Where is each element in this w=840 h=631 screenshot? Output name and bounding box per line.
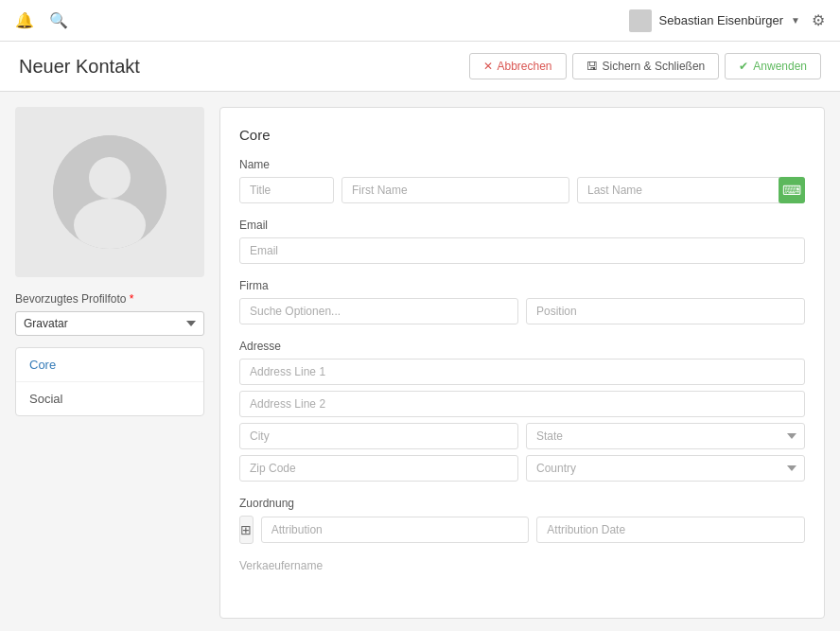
zip-country-row: Country — [239, 455, 805, 482]
nav-list: Core Social — [15, 347, 204, 416]
apply-icon: ✔ — [739, 60, 748, 73]
email-input[interactable] — [239, 237, 805, 264]
user-info[interactable]: Sebastian Eisenbürger ▼ — [629, 9, 800, 32]
topbar-left: 🔔 🔍 — [15, 11, 68, 29]
last-name-input[interactable] — [577, 177, 805, 203]
email-field-group: Email — [239, 219, 805, 264]
name-row-wrapper: ⌨ — [239, 177, 805, 203]
profile-dropdown-wrapper: Gravatar — [15, 311, 204, 336]
sidebar-item-social[interactable]: Social — [16, 382, 203, 415]
topbar: 🔔 🔍 Sebastian Eisenbürger ▼ ⚙ — [0, 0, 840, 42]
page-header: Neuer Kontakt ✕ Abbrechen 🖫 Sichern & Sc… — [0, 42, 840, 92]
name-input-row — [239, 177, 805, 203]
attribution-date-input[interactable] — [536, 517, 805, 543]
position-input[interactable] — [526, 298, 805, 324]
attribution-icon-button[interactable]: ⊞ — [239, 516, 254, 544]
main-content: Bevorzugtes Profilfoto * Gravatar Core S… — [0, 92, 840, 631]
apply-button[interactable]: ✔ Anwenden — [725, 53, 821, 79]
section-title: Core — [239, 127, 805, 143]
email-label: Email — [239, 219, 805, 232]
chevron-down-icon: ▼ — [791, 15, 800, 26]
adresse-label: Adresse — [239, 340, 805, 353]
profile-photo-field: Bevorzugtes Profilfoto * Gravatar — [15, 289, 204, 336]
save-close-button[interactable]: 🖫 Sichern & Schließen — [572, 53, 720, 79]
seller-name-field-group: Verkaeufername — [239, 559, 805, 572]
profile-photo-select[interactable]: Gravatar — [15, 311, 204, 336]
firma-search-input[interactable] — [239, 298, 518, 324]
firma-input-row — [239, 298, 805, 324]
attribution-input[interactable] — [261, 517, 530, 543]
bell-icon[interactable]: 🔔 — [15, 11, 34, 29]
required-indicator: * — [130, 292, 134, 306]
user-name: Sebastian Eisenbürger — [659, 13, 784, 27]
firma-label: Firma — [239, 279, 805, 292]
profile-photo-label: Bevorzugtes Profilfoto * — [15, 292, 204, 306]
zuordnung-field-group: Zuordnung ⊞ — [239, 497, 805, 544]
svg-point-1 — [89, 157, 131, 199]
cancel-button[interactable]: ✕ Abbrechen — [469, 53, 567, 79]
gear-icon[interactable]: ⚙ — [812, 11, 825, 29]
attribution-icon: ⊞ — [240, 522, 252, 537]
header-actions: ✕ Abbrechen 🖫 Sichern & Schließen ✔ Anwe… — [469, 53, 822, 79]
user-avatar — [629, 9, 652, 32]
search-icon[interactable]: 🔍 — [49, 11, 68, 29]
avatar — [53, 135, 166, 249]
save-icon: 🖫 — [586, 60, 598, 73]
cancel-icon: ✕ — [483, 60, 493, 73]
name-label: Name — [239, 158, 805, 171]
zuordnung-label: Zuordnung — [239, 497, 805, 510]
passcode-button[interactable]: ⌨ — [779, 177, 805, 203]
country-select[interactable]: Country — [526, 455, 805, 482]
topbar-right: Sebastian Eisenbürger ▼ ⚙ — [629, 9, 825, 32]
sidebar: Bevorzugtes Profilfoto * Gravatar Core S… — [15, 107, 204, 619]
title-input[interactable] — [239, 177, 334, 203]
firma-field-group: Firma — [239, 279, 805, 324]
city-input[interactable] — [239, 423, 518, 449]
avatar-section — [15, 107, 204, 277]
first-name-input[interactable] — [341, 177, 569, 203]
name-field-group: Name ⌨ — [239, 158, 805, 203]
city-state-row: State — [239, 423, 805, 449]
page-title: Neuer Kontakt — [19, 56, 140, 78]
address1-input[interactable] — [239, 359, 805, 385]
avatar-svg — [53, 135, 166, 249]
adresse-field-group: Adresse State Country — [239, 340, 805, 482]
attribution-row: ⊞ — [239, 516, 805, 544]
form-panel: Core Name ⌨ Email Firma — [219, 107, 825, 619]
passcode-icon: ⌨ — [782, 183, 801, 198]
state-select[interactable]: State — [526, 423, 805, 449]
sidebar-item-core[interactable]: Core — [16, 348, 203, 382]
address2-input[interactable] — [239, 391, 805, 417]
seller-name-placeholder: Verkaeufername — [239, 559, 805, 572]
zip-input[interactable] — [239, 455, 518, 482]
